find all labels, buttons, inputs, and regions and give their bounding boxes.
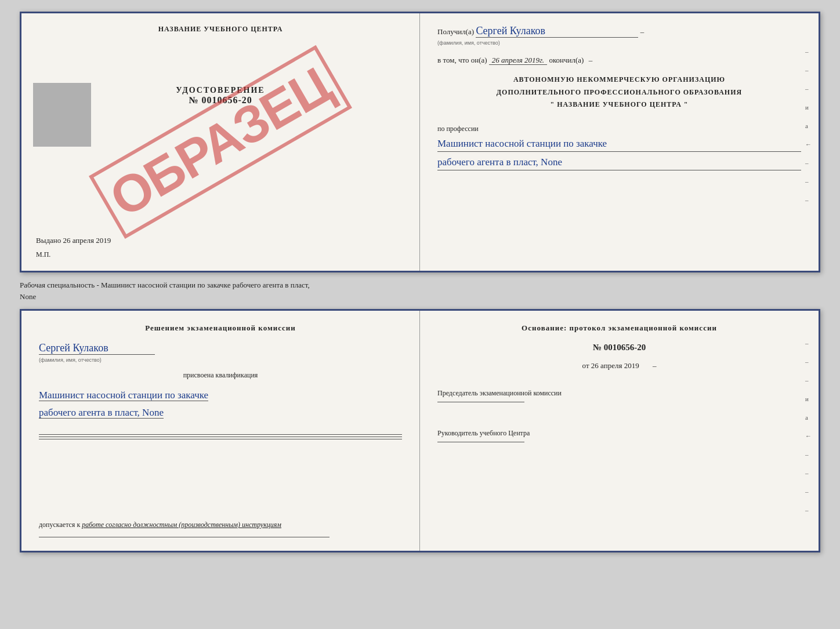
document-bottom: Решением экзаменационной комиссии Сергей… [20,309,820,552]
vtom-date: 26 апреля 2019г. [489,56,547,65]
protocol-date-value: 26 апреля 2019 [591,361,639,370]
vtom-row: в том, что он(а) 26 апреля 2019г. окончи… [437,56,801,65]
bottom-name: Сергей Кулаков [39,342,155,355]
protocol-date-prefix: от [582,361,589,370]
okonchil-dash: – [589,56,593,64]
mp-label: М.П. [36,250,405,259]
qualification-block: Машинист насосной станции по закачке раб… [39,387,402,422]
po-professii-label: по профессии [437,125,479,133]
doc-right: Получил(а) Сергей Кулаков – (фамилия, им… [420,13,819,271]
blank-line3 [39,439,402,439]
org-block: АВТОНОМНУЮ НЕКОММЕРЧЕСКУЮ ОРГАНИЗАЦИЮ ДО… [437,74,801,111]
middle-line2: None [20,291,820,303]
doc-bottom-left: Решением экзаменационной комиссии Сергей… [21,311,420,551]
dopuskaetsya-label: допускается к [39,521,80,529]
predsedatel-label: Председатель экзаменационной комиссии [437,388,801,399]
org-line2: ДОПОЛНИТЕЛЬНОГО ПРОФЕССИОНАЛЬНОГО ОБРАЗО… [437,86,801,99]
rukovoditel-block: Руководитель учебного Центра [437,428,801,445]
udostoverenie-block: УДОСТОВЕРЕНИЕ № 0010656-20 [36,86,405,106]
dopusk-line [39,537,330,537]
fio-hint-bottom: (фамилия, имя, отчество) [39,357,102,363]
blank-lines [39,432,402,441]
vydano-label: Выдано [36,236,61,245]
dopusk-work: работе согласно должностным (производств… [82,521,281,529]
osnovanie-title: Основание: протокол экзаменационной коми… [437,322,801,334]
udostoverenie-label: УДОСТОВЕРЕНИЕ [36,86,405,95]
right-side-marks-top: – – – и а ← – – – [805,48,812,203]
doc-bottom-right: Основание: протокол экзаменационной коми… [420,311,819,551]
poluchil-label: Получил(а) [437,27,474,36]
prisvoena-label: присвоена квалификация [39,371,402,380]
fio-hint-top: (фамилия, имя, отчество) [437,40,500,46]
photo-placeholder [33,83,91,147]
profession-line2: рабочего агента в пласт, None [437,154,801,170]
bottom-name-block: Сергей Кулаков (фамилия, имя, отчество) [39,339,402,364]
rukovoditel-label: Руководитель учебного Центра [437,428,801,439]
vtom-label: в том, что он(а) [437,56,487,64]
right-side-marks-bottom: – – – и а ← – – – – [805,340,812,514]
po-professii: по профессии Машинист насосной станции п… [437,125,801,170]
poluchil-row: Получил(а) Сергей Кулаков – (фамилия, им… [437,25,801,47]
poluchil-name: Сергей Кулаков [476,25,638,38]
vydano-row: Выдано 26 апреля 2019 [36,236,405,248]
blank-line1 [39,434,402,435]
okonchil-label: окончил(а) [549,56,584,64]
vydano-date: 26 апреля 2019 [63,236,111,245]
obrazec-stamp: ОБРАЗЕЦ [89,45,352,239]
org-line1: АВТОНОМНУЮ НЕКОММЕРЧЕСКУЮ ОРГАНИЗАЦИЮ [437,74,801,86]
top-center-title: НАЗВАНИЕ УЧЕБНОГО ЦЕНТРА [36,25,405,34]
predsedatel-line [437,402,524,402]
org-line3: " НАЗВАНИЕ УЧЕБНОГО ЦЕНТРА " [437,99,801,111]
middle-text: Рабочая специальность - Машинист насосно… [20,277,820,304]
blank-line2 [39,437,402,437]
middle-line1: Рабочая специальность - Машинист насосно… [20,279,820,291]
qualification-line1: Машинист насосной станции по закачке [39,390,208,401]
qualification-line2: рабочего агента в пласт, None [39,407,164,419]
protocol-date: от 26 апреля 2019 – [437,361,801,370]
dopuskaetsya-block: допускается к работе согласно должностны… [39,521,402,529]
dash1: – [640,27,645,36]
profession-line1: Машинист насосной станции по закачке [437,136,801,152]
rukovoditel-line [437,442,524,442]
decision-title: Решением экзаменационной комиссии [39,322,402,335]
predsedatel-block: Председатель экзаменационной комиссии [437,388,801,416]
udostoverenie-number: № 0010656-20 [36,95,405,106]
document-top: НАЗВАНИЕ УЧЕБНОГО ЦЕНТРА УДОСТОВЕРЕНИЕ №… [20,12,820,272]
doc-left: НАЗВАНИЕ УЧЕБНОГО ЦЕНТРА УДОСТОВЕРЕНИЕ №… [21,13,420,271]
page-wrapper: НАЗВАНИЕ УЧЕБНОГО ЦЕНТРА УДОСТОВЕРЕНИЕ №… [0,0,840,629]
protocol-number: № 0010656-20 [437,343,801,352]
